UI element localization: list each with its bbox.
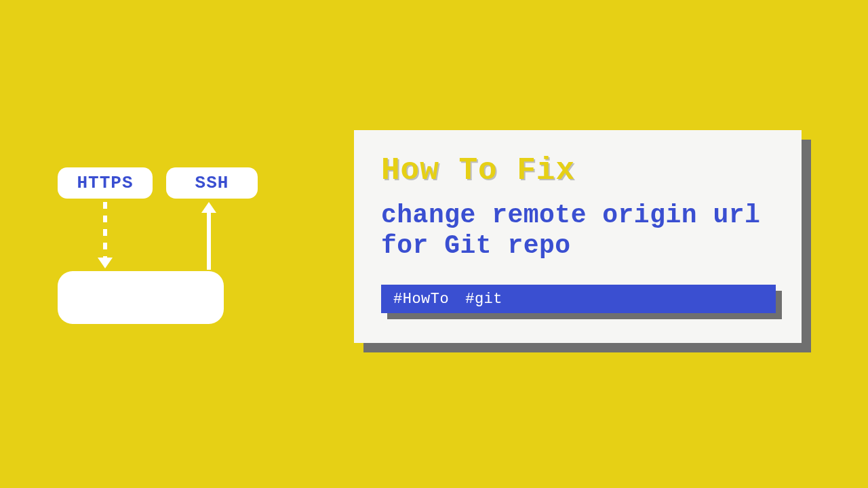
card-title: How To Fix: [381, 153, 774, 188]
tag-bar: #HowTo #git: [381, 285, 776, 313]
https-label: HTTPS: [77, 173, 133, 193]
arrow-up-solid-icon: [207, 211, 211, 270]
repo-box: [58, 271, 224, 324]
https-pill: HTTPS: [58, 167, 153, 199]
card-subtitle: change remote origin url for Git repo: [381, 201, 774, 262]
ssh-label: SSH: [195, 173, 229, 193]
info-card: How To Fix change remote origin url for …: [354, 130, 802, 343]
ssh-pill: SSH: [166, 167, 258, 199]
tag-git: #git: [465, 291, 502, 308]
tag-howto: #HowTo: [393, 291, 449, 308]
protocol-diagram: HTTPS SSH: [54, 163, 271, 339]
arrow-down-dashed-icon: [103, 202, 107, 260]
